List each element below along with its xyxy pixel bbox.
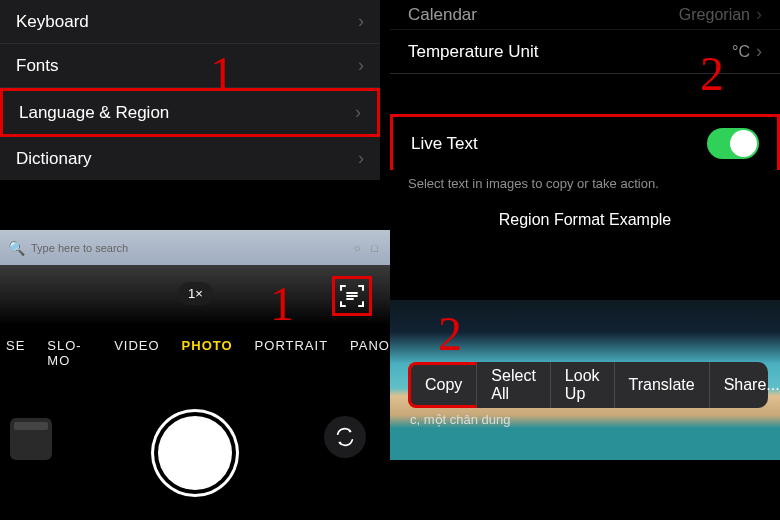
language-region-panel: Calendar Gregorian› Temperature Unit °C›… — [390, 0, 780, 260]
settings-row-calendar[interactable]: Calendar Gregorian› — [390, 0, 780, 30]
row-value: Gregorian› — [679, 4, 762, 25]
selected-text-fragment: c, một chân dung — [410, 412, 511, 427]
last-photo-thumbnail[interactable] — [10, 418, 52, 460]
row-label: Dictionary — [16, 149, 92, 169]
annotation-step-2: 2 — [700, 46, 724, 101]
row-label: Live Text — [411, 134, 478, 154]
mode-pano[interactable]: PANO — [350, 338, 390, 368]
shutter-button[interactable] — [158, 416, 232, 490]
row-label: Language & Region — [19, 103, 169, 123]
settings-row-live-text[interactable]: Live Text — [390, 114, 780, 170]
annotation-step-1: 1 — [210, 46, 234, 101]
settings-row-keyboard[interactable]: Keyboard › — [0, 0, 380, 44]
chevron-right-icon: › — [358, 148, 364, 169]
mode-photo[interactable]: PHOTO — [182, 338, 233, 368]
menu-select-all[interactable]: Select All — [477, 362, 550, 408]
settings-row-language-region[interactable]: Language & Region › — [0, 88, 380, 137]
live-text-toggle[interactable] — [707, 128, 759, 159]
camera-app: 🔍 Type here to search ○ □ 1× 1 SE SLO-MO… — [0, 230, 390, 520]
menu-look-up[interactable]: Look Up — [551, 362, 615, 408]
text-context-menu: Copy Select All Look Up Translate Share.… — [408, 362, 768, 408]
chevron-right-icon: › — [355, 102, 361, 123]
chevron-right-icon: › — [756, 4, 762, 25]
menu-translate[interactable]: Translate — [615, 362, 710, 408]
settings-list: Keyboard › Fonts › Language & Region › D… — [0, 0, 380, 180]
region-format-header: Region Format Example — [390, 203, 780, 237]
menu-share[interactable]: Share... — [710, 362, 780, 408]
mode-se[interactable]: SE — [6, 338, 25, 368]
row-label: Temperature Unit — [408, 42, 538, 62]
taskbar-icons: ○ □ — [354, 242, 382, 254]
live-text-icon — [338, 282, 366, 310]
camera-mode-selector[interactable]: SE SLO-MO VIDEO PHOTO PORTRAIT PANO — [0, 338, 390, 368]
live-text-button[interactable] — [332, 276, 372, 316]
chevron-right-icon: › — [756, 41, 762, 62]
settings-row-dictionary[interactable]: Dictionary › — [0, 137, 380, 180]
switch-camera-button[interactable] — [324, 416, 366, 458]
search-icon: 🔍 — [8, 240, 25, 256]
row-label: Keyboard — [16, 12, 89, 32]
chevron-right-icon: › — [358, 11, 364, 32]
mode-slomo[interactable]: SLO-MO — [47, 338, 92, 368]
row-label: Calendar — [408, 5, 477, 25]
settings-row-fonts[interactable]: Fonts › — [0, 44, 380, 88]
mode-video[interactable]: VIDEO — [114, 338, 159, 368]
settings-general-panel: Keyboard › Fonts › Language & Region › D… — [0, 0, 390, 205]
text-selection-panel: 2 Copy Select All Look Up Translate Shar… — [390, 300, 780, 520]
mode-portrait[interactable]: PORTRAIT — [255, 338, 329, 368]
camera-controls — [0, 408, 390, 498]
row-label: Fonts — [16, 56, 59, 76]
live-text-caption: Select text in images to copy or take ac… — [390, 170, 780, 203]
annotation-step-2: 2 — [438, 306, 462, 361]
chevron-right-icon: › — [358, 55, 364, 76]
menu-copy[interactable]: Copy — [408, 362, 477, 408]
row-value: °C› — [732, 41, 762, 62]
search-placeholder: Type here to search — [31, 242, 128, 254]
switch-camera-icon — [334, 426, 356, 448]
annotation-step-1: 1 — [270, 276, 294, 331]
viewfinder-content: 🔍 Type here to search ○ □ — [0, 230, 390, 265]
zoom-indicator[interactable]: 1× — [178, 282, 213, 305]
